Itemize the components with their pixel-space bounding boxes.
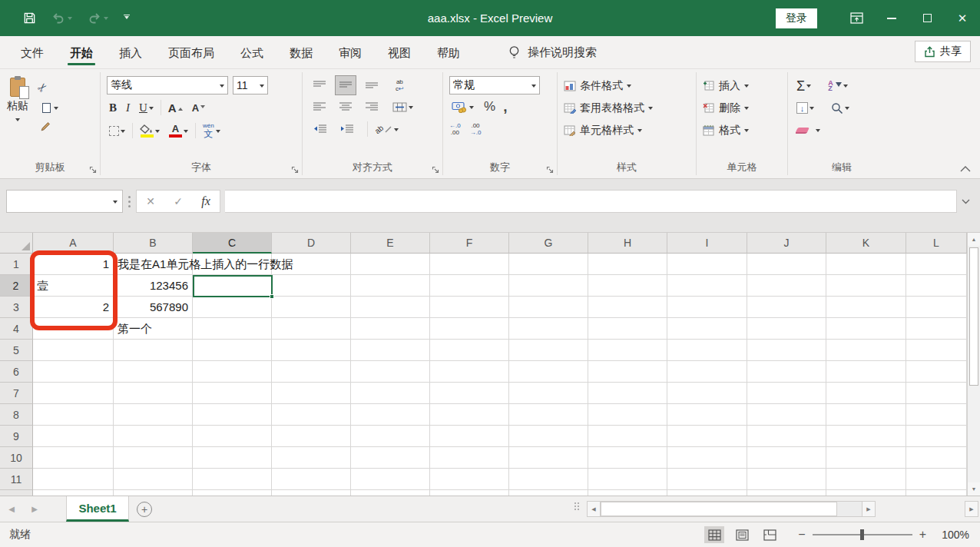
underline-button[interactable]: U xyxy=(137,100,156,116)
format-as-table-button[interactable]: 套用表格格式 xyxy=(558,97,696,119)
format-cells-button[interactable]: 格式 xyxy=(697,119,787,141)
cell-B5[interactable] xyxy=(114,340,193,361)
ribbon-tab-4[interactable]: 公式 xyxy=(227,38,276,67)
cell-C12[interactable] xyxy=(193,490,272,496)
cell-B11[interactable] xyxy=(114,469,193,490)
cell-A7[interactable] xyxy=(33,383,114,404)
page-layout-view-button[interactable] xyxy=(732,526,752,543)
cell-D12[interactable] xyxy=(272,490,351,496)
sheet-nav-left-icon[interactable]: ◀ xyxy=(0,496,23,522)
scroll-down-button[interactable]: ▼ xyxy=(968,482,980,496)
formula-bar-splitter[interactable] xyxy=(128,196,131,207)
ribbon-tab-0[interactable]: 文件 xyxy=(8,38,57,67)
cancel-button[interactable]: ✕ xyxy=(137,191,164,212)
cell-H6[interactable] xyxy=(588,361,667,383)
cell-E3[interactable] xyxy=(351,297,430,318)
scroll-left-button[interactable]: ◀ xyxy=(587,501,601,517)
cell-E2[interactable] xyxy=(351,275,430,297)
cell-A10[interactable] xyxy=(33,447,114,469)
cell-H4[interactable] xyxy=(588,318,667,340)
align-left-button[interactable] xyxy=(309,97,330,117)
orientation-button[interactable]: ab xyxy=(372,124,401,135)
cell-I5[interactable] xyxy=(667,340,747,361)
column-header-L[interactable]: L xyxy=(906,233,967,254)
fill-button[interactable]: ↓ xyxy=(794,101,816,115)
cell-J6[interactable] xyxy=(747,361,826,383)
cell-H2[interactable] xyxy=(588,275,667,297)
column-header-D[interactable]: D xyxy=(272,233,351,254)
ribbon-tab-5[interactable]: 数据 xyxy=(276,38,326,67)
cell-A11[interactable] xyxy=(33,469,114,490)
paste-button[interactable]: 粘贴 xyxy=(0,75,35,136)
redo-button[interactable] xyxy=(88,12,108,24)
cell-F12[interactable] xyxy=(430,490,509,496)
cell-B6[interactable] xyxy=(114,361,193,383)
accounting-format-button[interactable] xyxy=(449,100,476,114)
cell-B7[interactable] xyxy=(114,383,193,404)
cell-B10[interactable] xyxy=(114,447,193,469)
ribbon-tab-7[interactable]: 视图 xyxy=(375,38,424,67)
align-bottom-button[interactable] xyxy=(361,75,382,95)
cell-L8[interactable] xyxy=(906,404,967,426)
grow-font-button[interactable]: A xyxy=(166,100,185,116)
number-format-select[interactable]: 常规 xyxy=(449,76,540,94)
fill-handle[interactable] xyxy=(270,294,274,299)
cell-G2[interactable] xyxy=(509,275,588,297)
cut-button[interactable]: ✂ xyxy=(35,79,61,96)
cell-G5[interactable] xyxy=(509,340,588,361)
cell-C7[interactable] xyxy=(193,383,272,404)
cell-K9[interactable] xyxy=(826,426,906,447)
cell-I7[interactable] xyxy=(667,383,747,404)
row-header-8[interactable]: 8 xyxy=(0,404,33,426)
font-name-select[interactable]: 等线 xyxy=(107,76,228,94)
ribbon-tab-8[interactable]: 帮助 xyxy=(424,38,473,67)
collapse-ribbon-button[interactable] xyxy=(960,166,971,172)
cell-F3[interactable] xyxy=(430,297,509,318)
cell-I6[interactable] xyxy=(667,361,747,383)
cell-B3[interactable]: 567890 xyxy=(114,297,193,318)
phonetic-guide-button[interactable]: wén文 xyxy=(200,121,223,140)
cell-G6[interactable] xyxy=(509,361,588,383)
cell-I1[interactable] xyxy=(667,254,747,275)
cell-I10[interactable] xyxy=(667,447,747,469)
insert-cells-button[interactable]: 插入 xyxy=(697,75,787,97)
cell-F6[interactable] xyxy=(430,361,509,383)
cell-J3[interactable] xyxy=(747,297,826,318)
cell-D10[interactable] xyxy=(272,447,351,469)
login-button[interactable]: 登录 xyxy=(776,8,817,28)
cell-B1[interactable]: 我是在A1单元格上插入的一行数据 xyxy=(114,254,193,275)
zoom-in-button[interactable]: + xyxy=(919,528,926,542)
sheet-nav-right-icon[interactable]: ▶ xyxy=(23,496,46,522)
ribbon-tab-3[interactable]: 页面布局 xyxy=(155,38,227,67)
decrease-indent-button[interactable] xyxy=(309,119,331,139)
name-box[interactable] xyxy=(6,190,123,213)
cell-styles-button[interactable]: 单元格样式 xyxy=(558,119,696,141)
formula-input[interactable] xyxy=(225,190,957,213)
cell-C4[interactable] xyxy=(193,318,272,340)
save-button[interactable] xyxy=(23,12,36,25)
increase-indent-button[interactable] xyxy=(336,119,358,139)
cell-G10[interactable] xyxy=(509,447,588,469)
increase-decimal-button[interactable]: ←.0.00 xyxy=(449,122,461,136)
cell-E12[interactable] xyxy=(351,490,430,496)
percent-style-button[interactable]: % xyxy=(484,99,495,114)
cell-G8[interactable] xyxy=(509,404,588,426)
cell-E5[interactable] xyxy=(351,340,430,361)
cell-J8[interactable] xyxy=(747,404,826,426)
cell-L9[interactable] xyxy=(906,426,967,447)
cell-B12[interactable] xyxy=(114,490,193,496)
zoom-slider[interactable] xyxy=(813,534,912,535)
cell-E8[interactable] xyxy=(351,404,430,426)
scrollbar-resize-handle[interactable] xyxy=(574,502,579,510)
cell-F11[interactable] xyxy=(430,469,509,490)
row-header-5[interactable]: 5 xyxy=(0,340,33,361)
cell-D8[interactable] xyxy=(272,404,351,426)
cell-C9[interactable] xyxy=(193,426,272,447)
cell-H8[interactable] xyxy=(588,404,667,426)
cell-K6[interactable] xyxy=(826,361,906,383)
column-header-A[interactable]: A xyxy=(33,233,114,254)
cell-E4[interactable] xyxy=(351,318,430,340)
cell-H3[interactable] xyxy=(588,297,667,318)
minimize-button[interactable] xyxy=(874,5,909,31)
cell-A12[interactable] xyxy=(33,490,114,496)
